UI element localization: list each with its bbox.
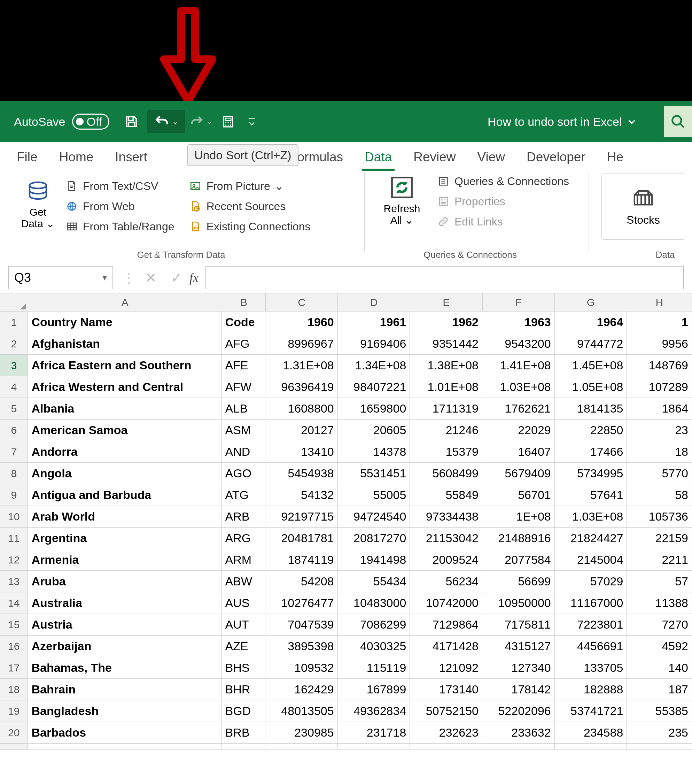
cell[interactable]: AGO: [222, 463, 265, 484]
cell[interactable]: 20817270: [338, 527, 410, 549]
cell[interactable]: American Samoa: [28, 420, 222, 441]
cell[interactable]: 10950000: [482, 592, 555, 614]
autosave-toggle[interactable]: Off: [72, 114, 109, 130]
row-header[interactable]: 6: [0, 420, 28, 441]
cell[interactable]: 4171428: [410, 636, 482, 657]
from-picture-button[interactable]: From Picture ⌄: [188, 179, 311, 193]
cell[interactable]: 1941498: [338, 549, 410, 571]
existing-connections-button[interactable]: Existing Connections: [188, 219, 311, 234]
cell[interactable]: 1608800: [265, 398, 338, 420]
cell[interactable]: 1E+08: [482, 506, 555, 527]
cell[interactable]: 232623: [410, 722, 482, 744]
cell[interactable]: 11167000: [555, 592, 627, 614]
cell[interactable]: BGD: [222, 700, 265, 722]
column-header[interactable]: G: [555, 293, 627, 311]
cell[interactable]: ARM: [222, 549, 265, 571]
cell[interactable]: 1814135: [555, 398, 627, 420]
recent-sources-button[interactable]: Recent Sources: [188, 199, 311, 213]
cell[interactable]: ATG: [222, 484, 265, 506]
cell[interactable]: 2145004: [555, 549, 627, 571]
cell[interactable]: 17466: [555, 441, 627, 463]
cell[interactable]: 55849: [410, 484, 482, 506]
row-header[interactable]: 7: [0, 441, 28, 463]
cell[interactable]: Armenia: [28, 549, 222, 571]
cell[interactable]: 233632: [482, 722, 555, 744]
row-header[interactable]: 13: [0, 571, 28, 592]
cell[interactable]: 4030325: [338, 636, 410, 657]
cell[interactable]: 21824427: [555, 527, 627, 549]
cell[interactable]: 230985: [265, 722, 338, 744]
cell[interactable]: 22159: [627, 527, 692, 549]
cell[interactable]: ALB: [222, 398, 265, 420]
row-header[interactable]: 5: [0, 398, 28, 420]
cell[interactable]: 1711319: [410, 398, 482, 420]
workbook-title-group[interactable]: How to undo sort in Excel: [488, 115, 637, 128]
refresh-all-button[interactable]: RefreshAll ⌄: [372, 172, 432, 262]
cell[interactable]: 133705: [555, 657, 627, 679]
column-header[interactable]: B: [222, 293, 266, 311]
cell[interactable]: [28, 744, 222, 750]
cell[interactable]: 148769: [627, 355, 692, 376]
row-header[interactable]: 11: [0, 527, 28, 549]
cell[interactable]: 167899: [338, 679, 410, 700]
cell[interactable]: [222, 744, 265, 750]
cell[interactable]: AUT: [222, 614, 265, 636]
cell[interactable]: 1.41E+08: [482, 355, 555, 376]
cell[interactable]: AFW: [222, 376, 265, 398]
row-header[interactable]: 9: [0, 484, 28, 506]
cell[interactable]: 10276477: [265, 592, 338, 614]
cell[interactable]: 10742000: [410, 592, 482, 614]
cell[interactable]: [338, 744, 410, 750]
tab-review[interactable]: Review: [411, 143, 458, 171]
cell[interactable]: Arab World: [28, 506, 222, 527]
cell[interactable]: 107289: [627, 376, 692, 398]
get-data-button[interactable]: GetData ⌄: [15, 177, 61, 262]
cell[interactable]: 140: [627, 657, 692, 679]
cell[interactable]: 5770: [627, 463, 692, 484]
cell[interactable]: 2009524: [410, 549, 482, 571]
row-header[interactable]: 17: [0, 657, 28, 679]
row-header[interactable]: 12: [0, 549, 28, 571]
cell[interactable]: AZE: [222, 636, 265, 657]
cell[interactable]: 5679409: [482, 463, 555, 484]
row-header[interactable]: 20: [0, 722, 28, 744]
cell[interactable]: 48013505: [265, 700, 338, 722]
cell[interactable]: 11388: [627, 592, 692, 614]
cell[interactable]: 1762621: [482, 398, 555, 420]
cell[interactable]: 1964: [555, 311, 627, 333]
cell[interactable]: AND: [222, 441, 265, 463]
row-header[interactable]: 14: [0, 592, 28, 614]
cell[interactable]: 20127: [265, 420, 338, 441]
cell[interactable]: BRB: [222, 722, 265, 744]
cell[interactable]: 1.01E+08: [410, 376, 482, 398]
tab-data[interactable]: Data: [362, 143, 394, 171]
column-header[interactable]: A: [28, 293, 222, 311]
cell[interactable]: 1.03E+08: [482, 376, 555, 398]
row-header[interactable]: 10: [0, 506, 28, 527]
cell[interactable]: 98407221: [338, 376, 410, 398]
cell[interactable]: 94724540: [338, 506, 410, 527]
cell[interactable]: Africa Eastern and Southern: [28, 355, 222, 376]
cell[interactable]: 57029: [555, 571, 627, 592]
cell[interactable]: 105736: [627, 506, 692, 527]
cell[interactable]: 50752150: [410, 700, 482, 722]
cell[interactable]: Code: [222, 311, 265, 333]
row-header[interactable]: 1: [0, 311, 28, 333]
cell[interactable]: 7175811: [482, 614, 555, 636]
cell[interactable]: 235: [627, 722, 692, 744]
cell[interactable]: 7129864: [410, 614, 482, 636]
row-header[interactable]: 2: [0, 333, 28, 355]
name-box[interactable]: Q3 ▾: [8, 266, 113, 289]
cell[interactable]: 1961: [338, 311, 410, 333]
cell[interactable]: 187: [627, 679, 692, 700]
cell[interactable]: 15379: [410, 441, 482, 463]
column-header[interactable]: F: [483, 293, 555, 311]
cell[interactable]: 54132: [265, 484, 338, 506]
cell[interactable]: Afghanistan: [28, 333, 222, 355]
row-header[interactable]: 8: [0, 463, 28, 484]
column-header[interactable]: E: [410, 293, 483, 311]
cell[interactable]: Aruba: [28, 571, 222, 592]
cell[interactable]: 1.31E+08: [265, 355, 338, 376]
cell[interactable]: AFG: [222, 333, 265, 355]
cell[interactable]: 16407: [482, 441, 555, 463]
